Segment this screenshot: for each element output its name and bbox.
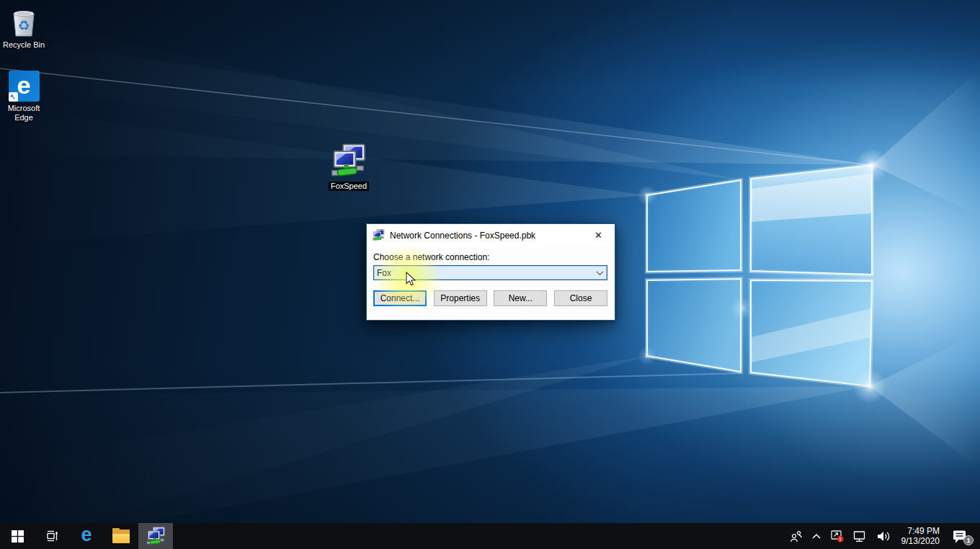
new-button[interactable]: New...	[494, 290, 547, 306]
connect-button[interactable]: Connect...	[373, 290, 427, 306]
file-explorer-icon	[112, 530, 130, 543]
windows-start-icon	[12, 530, 24, 543]
recycle-bin-label: Recycle Bin	[3, 40, 45, 50]
start-button[interactable]	[0, 523, 35, 549]
ethernet-network-icon	[853, 530, 868, 543]
combobox-value: Fox	[374, 268, 592, 278]
edge-e-glyph: e	[17, 73, 31, 97]
recycle-bin-icon: ♻	[6, 4, 41, 38]
tray-alert-app-button[interactable]: !	[826, 523, 849, 549]
network-connections-icon	[146, 527, 166, 546]
edge-icon: e	[81, 525, 92, 545]
shortcut-arrow-icon: ↖	[9, 92, 18, 102]
network-connections-icon	[373, 229, 385, 241]
people-icon	[789, 530, 803, 543]
recycle-glyph: ♻	[17, 17, 30, 33]
task-view-icon	[45, 529, 59, 543]
network-connection-combobox[interactable]: Fox	[373, 265, 607, 280]
clock-time: 7:49 PM	[907, 526, 940, 536]
taskbar-edge-button[interactable]: e	[69, 523, 104, 549]
network-connections-dialog: Network Connections - FoxSpeed.pbk ✕ Cho…	[366, 223, 615, 321]
dialog-button-row: Connect... Properties New... Close	[373, 290, 607, 306]
chevron-down-icon[interactable]	[592, 270, 607, 275]
notification-count-badge: 1	[963, 535, 974, 545]
speaker-icon	[876, 530, 891, 543]
taskbar-network-connections-button[interactable]	[138, 523, 173, 549]
alert-badge: !	[839, 537, 841, 542]
choose-connection-label: Choose a network connection:	[373, 252, 607, 262]
dialog-title: Network Connections - FoxSpeed.pbk	[390, 231, 582, 241]
close-icon: ✕	[594, 230, 602, 241]
chevron-up-icon	[811, 532, 821, 540]
action-center-button[interactable]: 1	[945, 523, 974, 549]
properties-button[interactable]: Properties	[434, 290, 487, 306]
system-tray: ! 7:49 PM 9/13/2020	[785, 523, 980, 549]
edge-icon: e ↖	[9, 71, 40, 102]
edge-label: Microsoft Edge	[1, 104, 47, 122]
volume-button[interactable]	[872, 523, 896, 549]
clock-date: 9/13/2020	[901, 536, 940, 546]
app-window-alert-icon: !	[830, 529, 845, 543]
close-dialog-button[interactable]: Close	[554, 290, 607, 306]
desktop-icon-microsoft-edge[interactable]: e ↖ Microsoft Edge	[0, 71, 52, 122]
network-status-button[interactable]	[849, 523, 872, 549]
dialog-titlebar[interactable]: Network Connections - FoxSpeed.pbk ✕	[367, 224, 615, 246]
task-view-button[interactable]	[35, 523, 69, 549]
people-button[interactable]	[785, 523, 807, 549]
close-button[interactable]: ✕	[582, 224, 615, 246]
foxspeed-label: FoxSpeed	[329, 182, 369, 191]
taskbar: e	[0, 523, 980, 549]
desktop-icon-recycle-bin[interactable]: ♻ Recycle Bin	[0, 4, 52, 50]
desktop-icon-foxspeed[interactable]: FoxSpeed	[321, 143, 377, 191]
foxspeed-network-icon	[331, 143, 367, 179]
taskbar-clock[interactable]: 7:49 PM 9/13/2020	[896, 526, 945, 546]
tray-overflow-button[interactable]	[807, 523, 826, 549]
file-explorer-button[interactable]	[104, 523, 138, 549]
